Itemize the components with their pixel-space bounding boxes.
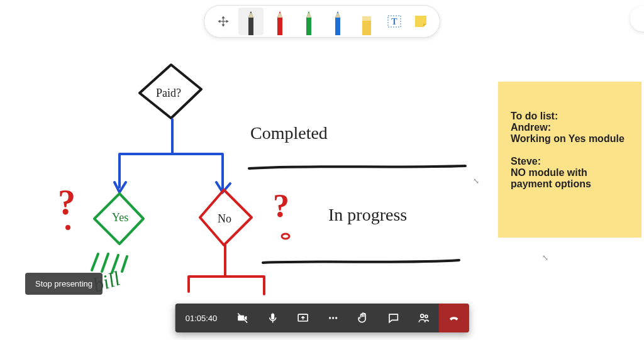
svg-point-24 [329, 317, 331, 319]
flowchart-no-label: No [218, 212, 231, 226]
chat-button[interactable] [378, 304, 408, 332]
resize-handle-icon[interactable]: ⤡ [473, 177, 480, 185]
participants-button[interactable] [408, 304, 438, 332]
flowchart-yes-label: Yes [112, 211, 128, 224]
svg-point-28 [425, 315, 427, 317]
svg-rect-21 [271, 314, 274, 320]
hang-up-button[interactable] [438, 304, 469, 332]
svg-point-19 [282, 234, 289, 239]
raise-hand-button[interactable] [348, 304, 378, 332]
camera-toggle-button[interactable] [227, 304, 257, 332]
resize-handle-icon[interactable]: ⤡ [542, 254, 550, 261]
flowchart-completed-label: Completed [250, 123, 328, 143]
more-actions-button[interactable] [318, 304, 348, 332]
flowchart-paid-label: Paid? [156, 87, 181, 100]
svg-point-18 [65, 225, 70, 230]
microphone-toggle-button[interactable] [257, 304, 287, 332]
sticky-note[interactable]: To do list: Andrew: Working on Yes modul… [498, 82, 641, 238]
stop-presenting-button[interactable]: Stop presenting [25, 273, 103, 295]
question-mark-left: ? [58, 182, 75, 222]
share-screen-button[interactable] [287, 304, 318, 332]
meeting-timer: 01:05:40 [175, 304, 228, 332]
stop-presenting-label: Stop presenting [35, 279, 92, 288]
svg-point-25 [332, 317, 334, 319]
flowchart-inprogress-label: In progress [328, 205, 407, 225]
question-mark-right: ? [273, 187, 289, 224]
sticky-note-text: To do list: Andrew: Working on Yes modul… [511, 111, 629, 190]
meeting-control-bar: 01:05:40 [175, 304, 469, 332]
svg-point-27 [420, 314, 423, 317]
svg-point-26 [335, 317, 337, 319]
